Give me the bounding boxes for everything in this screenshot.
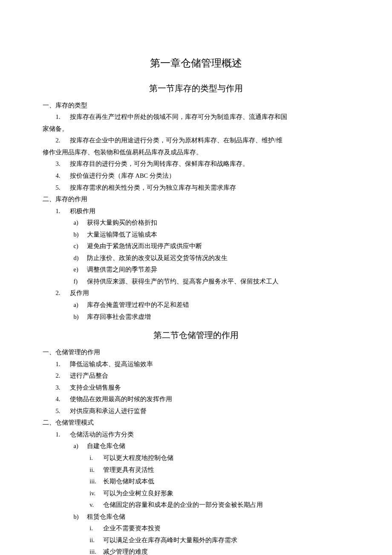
text: 按库存需求的相关性分类，可分为独立库存与相关需求库存 — [70, 184, 236, 191]
list-item: b)库存回事社会需求虚增 — [74, 311, 350, 323]
marker: 1. — [55, 429, 69, 441]
list-item: 1.积极作用 — [55, 205, 349, 217]
text: 长期仓储时成本低 — [103, 478, 154, 485]
list-item: a)获得大量购买的价格折扣 — [74, 217, 350, 229]
text: 租赁仓库仓储 — [87, 513, 125, 520]
marker: 5. — [55, 405, 69, 417]
marker: iv. — [89, 488, 103, 500]
list-item: 1.仓储活动的运作方分类 — [55, 429, 349, 441]
text: 避免由于紧急情况而出现停产或供应中断 — [87, 243, 202, 249]
list-item-cont: 修作业用品库存、包装物和低值易耗品库存及成品库存。 — [43, 147, 349, 159]
list-item: iii.减少管理的难度 — [89, 546, 349, 555]
marker: 1. — [55, 358, 69, 370]
text: 自建仓库仓储 — [87, 442, 125, 449]
marker: b) — [74, 229, 87, 241]
text: 减少管理的难度 — [103, 548, 148, 555]
marker: 4. — [55, 393, 69, 405]
list-item: 4.使物品在效用最高的时候的发挥作用 — [55, 393, 349, 405]
text: 库存会掩盖管理过程中的不足和差错 — [87, 301, 189, 308]
list-item: d)防止涨价、政策的改变以及延迟交货等情况的发生 — [74, 252, 350, 264]
marker: a) — [74, 440, 87, 452]
list-item: iv.可以为企业树立良好形象 — [89, 488, 349, 500]
list-item: 1.降低运输成本、提高运输效率 — [55, 358, 349, 370]
text: 反作用 — [70, 289, 89, 296]
section1-heading-1: 一、库存的类型 — [43, 100, 349, 112]
marker: 1. — [55, 111, 69, 123]
marker: a) — [74, 217, 87, 229]
text: 按库存目的进行分类，可分为周转库存、保鲜库存和战略库存。 — [70, 160, 249, 167]
text: 调整供需之间的季节差异 — [87, 266, 157, 273]
section2-heading-1: 一、仓储管理的作用 — [43, 347, 349, 358]
list-item: b)大量运输降低了运输成本 — [74, 229, 350, 241]
marker: 5. — [55, 182, 69, 194]
marker: 3. — [55, 382, 69, 394]
marker: i. — [89, 452, 103, 464]
marker: b) — [74, 511, 87, 523]
list-item: a)库存会掩盖管理过程中的不足和差错 — [74, 299, 350, 311]
text: 积极作用 — [70, 208, 95, 214]
marker: 4. — [55, 170, 69, 182]
list-item: 3.支持企业销售服务 — [55, 382, 349, 394]
chapter-title: 第一章仓储管理概述 — [43, 54, 349, 73]
marker: 2. — [55, 370, 69, 382]
section2-title: 第二节仓储管理的作用 — [43, 327, 349, 343]
text: 防止涨价、政策的改变以及延迟交货等情况的发生 — [87, 254, 228, 261]
text: 可以为企业树立良好形象 — [103, 490, 173, 497]
text: 获得大量购买的价格折扣 — [87, 219, 157, 226]
text: 使物品在效用最高的时候的发挥作用 — [70, 396, 172, 402]
marker: 2. — [55, 287, 69, 299]
text: 按库存在再生产过程中所处的领域不同，库存可分为制造库存、流通库存和国 — [70, 113, 287, 120]
list-item: 3.按库存目的进行分类，可分为周转库存、保鲜库存和战略库存。 — [55, 158, 349, 170]
marker: 3. — [55, 158, 69, 170]
text: 企业不需要资本投资 — [103, 525, 161, 532]
section2-heading-2: 二、仓储管理模式 — [43, 417, 349, 429]
list-item: 4.按价值进行分类（库存 ABC 分类法） — [55, 170, 349, 182]
text: 按库存在企业中的用途进行分类，可分为原材料库存、在制品库存、维护/维 — [70, 137, 282, 144]
marker: ii. — [89, 535, 103, 546]
marker: d) — [74, 252, 87, 264]
marker: 1. — [55, 205, 69, 217]
list-item: v.仓储固定的容量和成本是的企业的一部分资金被长期占用 — [89, 499, 349, 511]
text: 降低运输成本、提高运输效率 — [70, 361, 153, 367]
marker: ii. — [89, 464, 103, 476]
text: 支持企业销售服务 — [70, 384, 121, 391]
marker: e) — [74, 264, 87, 276]
list-item: ii.管理更具有灵活性 — [89, 464, 349, 476]
section1-title: 第一节库存的类型与作用 — [43, 80, 349, 96]
list-item: ii.可以满足企业在库存高峰时大量额外的库存需求 — [89, 535, 349, 546]
list-item: e)调整供需之间的季节差异 — [74, 264, 350, 276]
list-item-cont: 家储备。 — [43, 123, 349, 135]
list-item: iii.长期仓储时成本低 — [89, 476, 349, 488]
text: 对供应商和承运人进行监督 — [70, 408, 147, 414]
marker: 2. — [55, 135, 69, 147]
list-item: 2.按库存在企业中的用途进行分类，可分为原材料库存、在制品库存、维护/维 — [55, 135, 349, 147]
list-item: 1.按库存在再生产过程中所处的领域不同，库存可分为制造库存、流通库存和国 — [55, 111, 349, 123]
section1-heading-2: 二、库存的作用 — [43, 194, 349, 205]
text: 仓储活动的运作方分类 — [70, 431, 134, 438]
marker: f) — [74, 276, 87, 288]
list-item: 2.反作用 — [55, 287, 349, 299]
text: 库存回事社会需求虚增 — [87, 313, 151, 320]
text: 大量运输降低了运输成本 — [87, 231, 157, 238]
marker: c) — [74, 240, 87, 252]
list-item: f)保持供应来源、获得生产的节约、提高客户服务水平、保留技术工人 — [74, 276, 350, 288]
text: 按价值进行分类（库存 ABC 分类法） — [70, 172, 175, 179]
list-item: b)租赁仓库仓储 — [74, 511, 350, 523]
marker: a) — [74, 299, 87, 311]
text: 管理更具有灵活性 — [103, 466, 154, 473]
marker: i. — [89, 523, 103, 535]
list-item: 2.进行产品整合 — [55, 370, 349, 382]
text: 进行产品整合 — [70, 372, 108, 379]
list-item: c)避免由于紧急情况而出现停产或供应中断 — [74, 240, 350, 252]
list-item: i.企业不需要资本投资 — [89, 523, 349, 535]
marker: b) — [74, 311, 87, 323]
text: 可以更大程度地控制仓储 — [103, 454, 173, 461]
marker: iii. — [89, 546, 103, 555]
text: 仓储固定的容量和成本是的企业的一部分资金被长期占用 — [103, 501, 263, 508]
marker: v. — [89, 499, 103, 511]
text: 保持供应来源、获得生产的节约、提高客户服务水平、保留技术工人 — [87, 278, 279, 285]
list-item: 5.对供应商和承运人进行监督 — [55, 405, 349, 417]
list-item: 5.按库存需求的相关性分类，可分为独立库存与相关需求库存 — [55, 182, 349, 194]
list-item: a)自建仓库仓储 — [74, 440, 350, 452]
list-item: i.可以更大程度地控制仓储 — [89, 452, 349, 464]
